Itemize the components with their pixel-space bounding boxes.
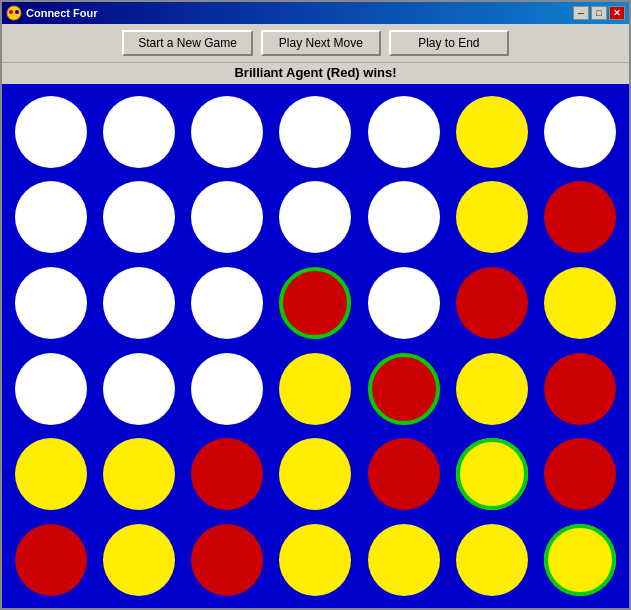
cell	[451, 349, 533, 429]
cell	[363, 349, 445, 429]
cell	[451, 520, 533, 600]
cell	[10, 263, 92, 343]
cell	[186, 349, 268, 429]
disc-red	[544, 353, 616, 425]
board-container	[2, 84, 629, 608]
title-text: Connect Four	[26, 7, 98, 19]
disc-red	[368, 438, 440, 510]
disc-red	[544, 181, 616, 253]
disc-white	[15, 353, 87, 425]
cell	[539, 92, 621, 172]
cell	[186, 178, 268, 258]
cell	[98, 263, 180, 343]
cell	[363, 92, 445, 172]
disc-yellow	[544, 524, 616, 596]
cell	[363, 520, 445, 600]
cell	[274, 520, 356, 600]
disc-yellow	[103, 524, 175, 596]
disc-red	[544, 438, 616, 510]
disc-white	[368, 96, 440, 168]
cell	[10, 178, 92, 258]
disc-white	[103, 96, 175, 168]
cell	[274, 92, 356, 172]
cell	[451, 92, 533, 172]
title-bar: Connect Four ─ □ ✕	[2, 2, 629, 24]
disc-red	[15, 524, 87, 596]
cell	[98, 520, 180, 600]
disc-yellow	[15, 438, 87, 510]
disc-yellow	[544, 267, 616, 339]
cell	[98, 349, 180, 429]
main-window: Connect Four ─ □ ✕ Start a New Game Play…	[0, 0, 631, 610]
new-game-button[interactable]: Start a New Game	[122, 30, 253, 56]
cell	[539, 520, 621, 600]
disc-white	[15, 96, 87, 168]
cell	[10, 520, 92, 600]
minimize-button[interactable]: ─	[573, 6, 589, 20]
disc-white	[368, 267, 440, 339]
disc-yellow	[456, 438, 528, 510]
disc-red	[191, 524, 263, 596]
cell	[539, 349, 621, 429]
cell	[451, 263, 533, 343]
cell	[363, 178, 445, 258]
disc-white	[191, 181, 263, 253]
disc-white	[368, 181, 440, 253]
disc-white	[103, 267, 175, 339]
disc-yellow	[279, 353, 351, 425]
title-bar-left: Connect Four	[6, 5, 98, 21]
svg-point-1	[9, 10, 13, 14]
cell	[539, 263, 621, 343]
close-button[interactable]: ✕	[609, 6, 625, 20]
cell	[539, 178, 621, 258]
cell	[10, 92, 92, 172]
app-icon	[6, 5, 22, 21]
toolbar: Start a New Game Play Next Move Play to …	[2, 24, 629, 63]
disc-yellow	[368, 524, 440, 596]
cell	[186, 263, 268, 343]
disc-white	[103, 181, 175, 253]
cell	[186, 92, 268, 172]
cell	[274, 349, 356, 429]
disc-white	[191, 353, 263, 425]
status-message: Brilliant Agent (Red) wins!	[234, 65, 396, 80]
play-to-end-button[interactable]: Play to End	[389, 30, 509, 56]
cell	[10, 349, 92, 429]
disc-yellow	[279, 438, 351, 510]
disc-yellow	[103, 438, 175, 510]
cell	[10, 435, 92, 515]
disc-white	[15, 267, 87, 339]
disc-yellow	[456, 524, 528, 596]
disc-yellow	[456, 181, 528, 253]
cell	[274, 435, 356, 515]
cell	[274, 263, 356, 343]
disc-white	[15, 181, 87, 253]
disc-yellow	[279, 524, 351, 596]
disc-red	[368, 353, 440, 425]
maximize-button[interactable]: □	[591, 6, 607, 20]
disc-yellow	[456, 353, 528, 425]
play-next-move-button[interactable]: Play Next Move	[261, 30, 381, 56]
title-bar-buttons: ─ □ ✕	[573, 6, 625, 20]
disc-white	[191, 267, 263, 339]
disc-white	[191, 96, 263, 168]
disc-red	[279, 267, 351, 339]
cell	[451, 435, 533, 515]
cell	[274, 178, 356, 258]
disc-yellow	[456, 96, 528, 168]
cell	[363, 263, 445, 343]
svg-point-2	[15, 10, 19, 14]
game-board	[10, 92, 621, 600]
disc-white	[103, 353, 175, 425]
cell	[539, 435, 621, 515]
disc-white	[279, 181, 351, 253]
disc-white	[279, 96, 351, 168]
status-bar: Brilliant Agent (Red) wins!	[2, 63, 629, 84]
cell	[98, 92, 180, 172]
cell	[98, 178, 180, 258]
svg-point-0	[7, 6, 21, 20]
disc-white	[544, 96, 616, 168]
disc-red	[191, 438, 263, 510]
cell	[186, 435, 268, 515]
cell	[451, 178, 533, 258]
